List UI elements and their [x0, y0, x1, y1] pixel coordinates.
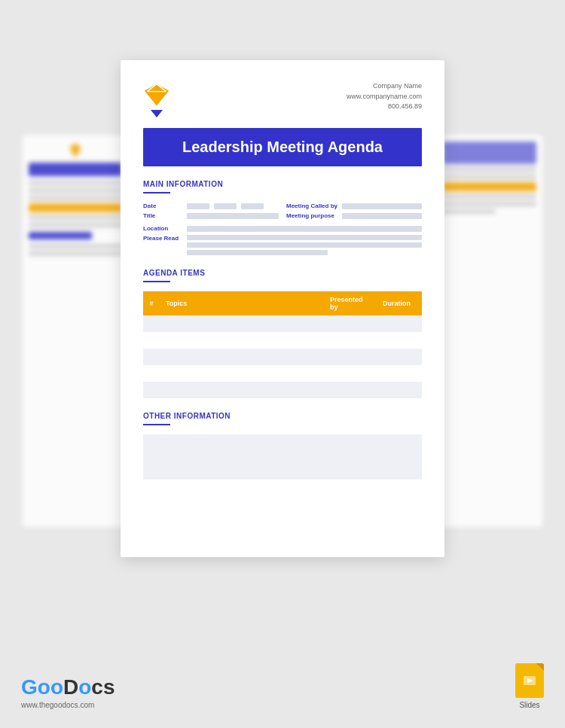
bg-gray-6 — [29, 244, 122, 248]
row4-duration — [377, 365, 422, 382]
main-info-header: MAIN INFORMATION — [143, 180, 422, 188]
table-row — [143, 382, 422, 398]
row3-num — [143, 349, 160, 365]
slides-label: Slides — [519, 701, 539, 709]
bg-left-diamond-icon — [66, 142, 84, 160]
row4-presenter — [324, 365, 377, 382]
row1-presenter — [324, 315, 377, 332]
please-read-label: Please Read — [143, 235, 182, 242]
row2-num — [143, 332, 160, 349]
meeting-called-label: Meeting Called by — [286, 203, 337, 209]
diamond-icon — [143, 81, 170, 108]
footer-brand: GooDocs www.thegoodocs.com — [21, 675, 115, 709]
meeting-purpose-value — [342, 213, 422, 219]
bg-yellow-stripe — [29, 203, 122, 212]
table-row — [143, 315, 422, 332]
bg-right-gray-1 — [443, 167, 536, 172]
date-val2 — [214, 203, 237, 209]
agenda-table: # Topics Presented by Duration — [143, 291, 422, 398]
agenda-items-section: AGENDA ITEMS # Topics Presented by Durat… — [143, 269, 422, 398]
meeting-purpose-row: Meeting purpose — [286, 212, 422, 219]
row1-duration — [377, 315, 422, 332]
col-topics: Topics — [160, 291, 324, 315]
svg-marker-0 — [69, 143, 81, 158]
row3-topic — [160, 349, 324, 365]
meeting-called-row: Meeting Called by — [286, 203, 422, 209]
please-read-line1 — [187, 235, 422, 240]
col-number: # — [143, 291, 160, 315]
row2-duration — [377, 332, 422, 349]
row3-presenter — [324, 349, 377, 365]
goodocs-url: www.thegoodocs.com — [21, 701, 115, 709]
main-info-underline — [143, 192, 170, 193]
bg-gray-3 — [29, 196, 122, 200]
please-read-line2 — [187, 242, 422, 248]
bg-right-gray-5 — [443, 209, 496, 214]
col-duration: Duration — [377, 291, 422, 315]
row2-topic — [160, 332, 324, 349]
location-label: Location — [143, 225, 182, 232]
bg-gray-5 — [29, 223, 122, 227]
bg-gray-4 — [29, 215, 122, 220]
other-information-section: OTHER INFORMATION — [143, 412, 422, 480]
table-row — [143, 349, 422, 365]
bg-gray-7 — [29, 251, 122, 256]
bg-gray-2 — [29, 188, 122, 193]
bg-gray-1 — [29, 181, 122, 185]
goodocs-logo: GooDocs — [21, 675, 115, 699]
bg-card-left — [23, 136, 128, 527]
row1-topic — [160, 315, 324, 332]
row1-num — [143, 315, 160, 332]
other-info-underline — [143, 424, 170, 425]
main-document: Company Name www.companyname.com 800.456… — [121, 60, 444, 557]
agenda-header: AGENDA ITEMS — [143, 269, 422, 277]
bg-right-yellow — [443, 182, 536, 191]
row5-presenter — [324, 382, 377, 398]
row5-duration — [377, 382, 422, 398]
other-info-header: OTHER INFORMATION — [143, 412, 422, 420]
title-value — [187, 213, 279, 219]
company-phone: 800.456.89 — [347, 102, 422, 112]
bg-right-gray-3 — [443, 194, 536, 199]
date-label: Date — [143, 203, 182, 209]
row4-topic — [160, 365, 324, 382]
document-title: Leadership Meeting Agenda — [158, 139, 407, 156]
date-val1 — [187, 203, 209, 209]
meeting-called-value — [342, 203, 422, 209]
agenda-header-row: # Topics Presented by Duration — [143, 291, 422, 315]
slides-inner-icon — [522, 673, 537, 688]
title-banner: Leadership Meeting Agenda — [143, 128, 422, 166]
bg-right-gray-4 — [443, 202, 536, 206]
row4-num — [143, 365, 160, 382]
location-value — [187, 226, 422, 232]
agenda-table-head: # Topics Presented by Duration — [143, 291, 422, 315]
bg-card-right — [437, 136, 542, 527]
logo-area — [143, 81, 170, 117]
date-row: Date — [143, 203, 279, 209]
company-info: Company Name www.companyname.com 800.456… — [347, 81, 422, 112]
agenda-table-body — [143, 315, 422, 398]
bg-blue-small — [29, 232, 92, 239]
row2-presenter — [324, 332, 377, 349]
main-information-section: MAIN INFORMATION Date Title Me — [143, 180, 422, 255]
other-info-content — [143, 434, 422, 480]
date-val3 — [241, 203, 264, 209]
title-label: Title — [143, 212, 182, 219]
slides-doc-icon — [515, 663, 544, 698]
col-presenter: Presented by — [324, 291, 377, 315]
bg-right-gray-2 — [443, 175, 536, 179]
bg-right-blue-bar — [443, 142, 536, 164]
company-name: Company Name — [347, 81, 422, 92]
company-website: www.companyname.com — [347, 92, 422, 102]
row3-duration — [377, 349, 422, 365]
meeting-purpose-label: Meeting purpose — [286, 212, 337, 219]
please-read-row: Please Read — [143, 235, 422, 255]
please-read-content — [187, 235, 422, 255]
agenda-underline — [143, 281, 170, 282]
bg-left-blue-bar — [29, 163, 122, 176]
table-row — [143, 332, 422, 349]
row5-num — [143, 382, 160, 398]
please-read-line3 — [187, 250, 328, 255]
location-row: Location — [143, 225, 422, 232]
table-row — [143, 365, 422, 382]
